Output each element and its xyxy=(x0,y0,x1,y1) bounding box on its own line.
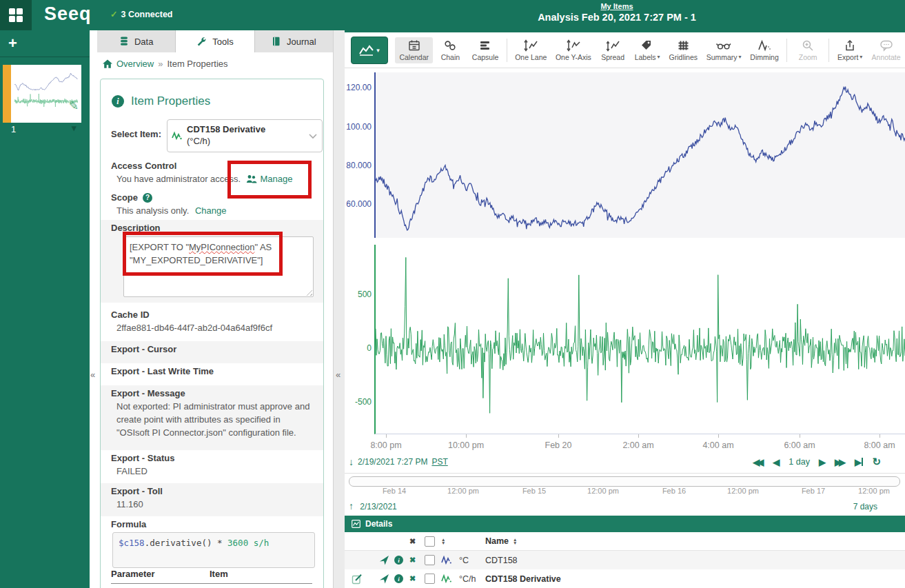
toolbar-gridlines-button[interactable]: Gridlines xyxy=(664,37,702,63)
toolbar-summary-button[interactable]: Summary▾ xyxy=(702,37,746,63)
resize-handle[interactable] xyxy=(305,289,312,296)
panel-tab-bar: Data Tools Journal xyxy=(97,30,333,53)
trend-toolbar: ▾ Calendar Chain Capsule One Lane One xyxy=(345,32,905,68)
toolbar-one-y-axis-button[interactable]: One Y-Axis xyxy=(551,37,596,63)
collapse-panel-right-handle[interactable]: « xyxy=(336,369,340,380)
toolbar-calendar-button[interactable]: Calendar xyxy=(395,37,433,63)
tab-data[interactable]: Data xyxy=(97,30,176,52)
trend-range-bar: ↓ 2/19/2021 7:27 PM PST ◀◀ ◀ 1 day ▶ ▶▶ … xyxy=(345,455,905,472)
property-export-last-write-time: Export - Last Write Time xyxy=(101,363,323,385)
help-icon[interactable]: ? xyxy=(143,193,152,203)
y-axis-label: 60.000 xyxy=(345,199,372,209)
item-name[interactable]: CDT158 Derivative xyxy=(485,574,905,584)
info-icon: i xyxy=(112,95,124,108)
trend-lane-cdt158[interactable] xyxy=(374,72,905,238)
x-axis-label: 8:00 pm xyxy=(355,440,417,450)
overview-range-slider[interactable] xyxy=(349,476,900,487)
active-worksheet-stripe xyxy=(3,65,11,123)
timezone-link[interactable]: PST xyxy=(431,457,447,467)
pin-location-arrow-icon[interactable] xyxy=(379,555,389,565)
analysis-title[interactable]: Analysis Feb 20, 2021 7:27 PM - 1 xyxy=(345,12,889,23)
seeq-app: Seeq ✓3 Connected My Items Analysis Feb … xyxy=(0,0,905,588)
y-axis-label: 100.00 xyxy=(345,122,372,132)
item-properties-card: i Item Properties Select Item: CDT158 De… xyxy=(100,79,324,588)
thumbnail-blue-trend xyxy=(14,69,78,92)
worksheet-number: 1 xyxy=(11,124,16,134)
spread-icon xyxy=(605,39,620,52)
range-start-datetime[interactable]: 2/19/2021 7:27 PM xyxy=(358,457,427,467)
toolbar-dimming-button[interactable]: Dimming xyxy=(746,37,783,63)
item-info-icon[interactable]: i xyxy=(394,556,403,565)
gridlines-icon xyxy=(677,39,689,52)
item-checkbox[interactable] xyxy=(425,574,435,584)
select-all-checkbox[interactable] xyxy=(425,536,435,547)
worksheet-thumbnail[interactable]: ✎ xyxy=(3,65,81,123)
chevron-down-icon[interactable]: ▾ xyxy=(72,123,77,133)
details-panel-header[interactable]: Details xyxy=(345,516,905,532)
connection-status[interactable]: ✓3 Connected xyxy=(110,9,173,19)
new-worksheet-button[interactable]: + xyxy=(8,34,17,52)
overview-tick-label: Feb 14 xyxy=(367,487,422,495)
y-axis-label: 80.000 xyxy=(345,161,372,170)
seeq-logo[interactable]: Seeq xyxy=(44,3,92,25)
description-section: Description [EXPORT TO "MyPIConnection" … xyxy=(101,220,323,303)
change-scope-link[interactable]: Change xyxy=(195,205,227,216)
edit-item-icon[interactable] xyxy=(352,574,363,585)
sort-name-icon[interactable]: ▲▼ xyxy=(513,538,517,545)
description-textarea[interactable]: [EXPORT TO "MyPIConnection" AS "MY_EXPOR… xyxy=(123,236,314,297)
tab-tools[interactable]: Tools xyxy=(176,30,254,53)
tag-icon xyxy=(640,39,654,52)
y-axis-label: 0 xyxy=(345,343,372,353)
overview-start-date[interactable]: 2/13/2021 xyxy=(360,502,396,511)
manage-access-link[interactable]: Manage xyxy=(260,174,292,184)
step-forward-full-button[interactable]: ▶▶ xyxy=(835,457,846,467)
item-uom: °C xyxy=(459,556,485,565)
journal-book-icon xyxy=(272,37,281,46)
tab-journal[interactable]: Journal xyxy=(255,30,333,52)
x-axis-label: 8:00 am xyxy=(848,440,905,450)
toolbar-spread-button[interactable]: Spread xyxy=(596,37,630,63)
toolbar-zoom-button: Zoom xyxy=(791,37,825,63)
toolbar-export-button[interactable]: Export▾ xyxy=(833,37,867,63)
step-back-half-button[interactable]: ◀ xyxy=(773,457,780,467)
trend-lane-cdt158-derivative[interactable] xyxy=(374,245,905,434)
property-export-toll: Export - Toll 11.160 xyxy=(101,483,323,516)
pin-location-arrow-icon[interactable] xyxy=(379,574,389,584)
remove-item-icon[interactable]: ✖ xyxy=(409,574,425,583)
toolbar-chain-button[interactable]: Chain xyxy=(433,37,467,63)
breadcrumb-overview-link[interactable]: Overview xyxy=(116,59,154,69)
card-title: i Item Properties xyxy=(112,94,210,108)
app-switcher-button[interactable] xyxy=(0,0,32,30)
select-item-dropdown[interactable]: CDT158 Derivative (°C/h) xyxy=(167,119,323,152)
remove-all-icon[interactable]: ✖ xyxy=(409,537,425,546)
step-to-end-button[interactable]: ▶ xyxy=(855,457,864,467)
details-row-cdt158[interactable]: i ✖ °C CDT158 xyxy=(345,551,905,569)
toolbar-labels-button[interactable]: Labels▾ xyxy=(630,37,664,63)
toolbar-one-lane-button[interactable]: One Lane xyxy=(511,37,551,63)
check-icon: ✓ xyxy=(110,10,117,19)
display-pane-selector-button[interactable]: ▾ xyxy=(351,37,388,64)
x-axis-label: 10:00 pm xyxy=(435,440,497,450)
details-row-cdt158-derivative[interactable]: i ✖ °C/h CDT158 Derivative xyxy=(345,569,905,588)
refresh-icon[interactable]: ↻ xyxy=(872,456,881,468)
sort-icon[interactable]: ▲▼ xyxy=(441,538,459,545)
collapse-panel-left-handle[interactable]: « xyxy=(90,369,95,380)
step-forward-half-button[interactable]: ▶ xyxy=(819,457,826,467)
signal-icon-blue xyxy=(441,556,452,565)
chain-icon xyxy=(444,39,456,52)
overview-tick-label: 12:00 pm xyxy=(436,487,491,495)
item-checkbox[interactable] xyxy=(425,555,435,565)
my-items-link[interactable]: My Items xyxy=(345,2,889,10)
y-axis-label: -500 xyxy=(345,397,372,407)
item-info-icon[interactable]: i xyxy=(394,574,403,583)
one-y-axis-icon xyxy=(566,39,581,52)
overview-duration[interactable]: 7 days xyxy=(853,502,877,511)
step-back-full-button[interactable]: ◀◀ xyxy=(753,457,764,467)
overview-start-arrow-icon: ↑ xyxy=(349,500,354,511)
range-duration[interactable]: 1 day xyxy=(789,457,810,467)
property-export-cursor: Export - Cursor xyxy=(101,341,323,363)
item-name[interactable]: CDT158 xyxy=(485,556,905,565)
trend-series-blue xyxy=(376,72,905,238)
remove-item-icon[interactable]: ✖ xyxy=(409,556,425,565)
toolbar-capsule-button[interactable]: Capsule xyxy=(467,37,502,63)
